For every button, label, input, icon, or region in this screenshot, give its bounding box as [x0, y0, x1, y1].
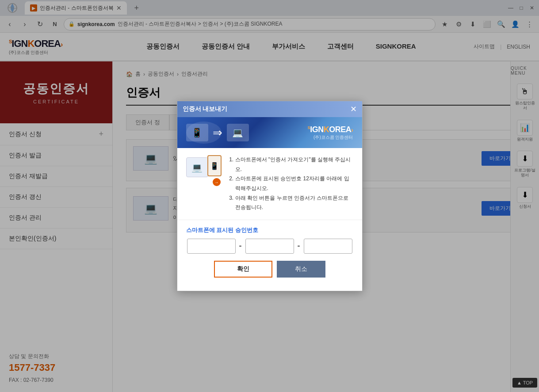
modal-banner-logo: SIGNKOREA› (주)코스콤 인증센터: [308, 125, 353, 141]
modal-title: 인증서 내보내기: [183, 105, 228, 113]
banner-logo-sub: (주)코스콤 인증센터: [313, 134, 353, 141]
code-input-2[interactable]: [245, 239, 294, 254]
cancel-button[interactable]: 취소: [277, 261, 325, 278]
instructions-icon-area: 💻 📱 →: [186, 155, 222, 186]
banner-device-icon: 📱: [186, 124, 208, 141]
arrow-icon: →: [213, 178, 221, 186]
phone-image: 📱: [207, 155, 222, 176]
modal-banner: 📱 ⇒ 💻 SIGNKOREA› (주)코스콤 인증센터: [177, 117, 362, 148]
instructions-text: 스마트폰에서 "인증서 가져오기"를 실행해 주십시오. 스마트폰에 표시된 승…: [228, 155, 353, 213]
confirm-button[interactable]: 확인: [214, 261, 272, 278]
modal-overlay: 인증서 내보내기 ✕ 📱 ⇒ 💻 SIGNKOREA› (주)코스콤 인증센터: [0, 0, 539, 392]
code-inputs: - -: [186, 239, 353, 254]
modal: 인증서 내보내기 ✕ 📱 ⇒ 💻 SIGNKOREA› (주)코스콤 인증센터: [177, 101, 363, 291]
modal-close-button[interactable]: ✕: [350, 105, 357, 113]
code-dash-1: -: [239, 241, 242, 251]
code-input-1[interactable]: [187, 239, 236, 254]
modal-header: 인증서 내보내기 ✕: [177, 101, 362, 117]
banner-arrow: ⇒: [213, 126, 222, 140]
code-input-3[interactable]: [304, 239, 352, 254]
banner-laptop-icon: 💻: [227, 124, 249, 141]
modal-buttons: 확인 취소: [186, 261, 353, 285]
code-label: 스마트폰에 표시된 승인번호: [186, 226, 353, 234]
modal-code-section: 스마트폰에 표시된 승인번호 - - 확인 취소: [177, 220, 362, 291]
code-dash-2: -: [298, 241, 300, 251]
modal-instructions: 💻 📱 → 스마트폰에서 "인증서 가져오기"를 실행해 주십시오. 스마트폰에…: [177, 148, 362, 220]
laptop-image: 💻: [186, 157, 208, 177]
